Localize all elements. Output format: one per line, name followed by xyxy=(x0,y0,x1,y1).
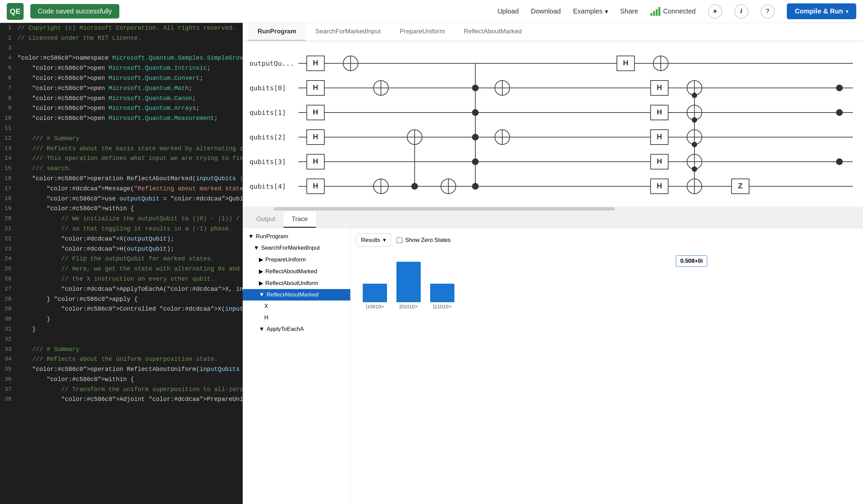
editor-line: 9 "color:#c586c0">open Microsoft.Quantum… xyxy=(0,103,243,113)
tab-prepare-uniform[interactable]: PrepareUniform xyxy=(390,23,454,41)
info-button[interactable]: i xyxy=(734,4,748,18)
right-panel: RunProgram SearchForMarkedInput PrepareU… xyxy=(243,23,863,504)
editor-line: 22 "color:#dcdcaa">X(outputQubit); xyxy=(0,234,243,244)
theme-toggle-button[interactable]: ☀ xyxy=(708,4,722,18)
expand-icon: ▶ xyxy=(259,256,263,263)
tab-search-marked[interactable]: SearchForMarkedInput xyxy=(306,23,390,41)
trace-apply-each[interactable]: ▼ ApplyToEachA xyxy=(243,323,350,335)
bottom-panel: Output Trace ▼ RunProgram ▼ SearchForMar… xyxy=(243,211,863,504)
editor-line: 6 "color:#c586c0">open Microsoft.Quantum… xyxy=(0,73,243,83)
trace-prepare-uniform[interactable]: ▶ PrepareUniform xyxy=(243,254,350,266)
upload-button[interactable]: Upload xyxy=(497,8,518,15)
svg-point-38 xyxy=(836,85,843,91)
editor-line: 32 xyxy=(0,334,243,344)
svg-point-93 xyxy=(692,117,697,122)
trace-reflect-marked-1[interactable]: ▶ ReflectAboutMarked xyxy=(243,266,350,277)
compile-chevron-icon: ▾ xyxy=(846,9,848,14)
tab-trace[interactable]: Trace xyxy=(284,211,316,228)
trace-h[interactable]: H xyxy=(243,312,350,323)
editor-line: 11 xyxy=(0,123,243,133)
editor-line: 21 // so that toggling it results in a (… xyxy=(0,224,243,234)
trace-reflect-uniform[interactable]: ▶ ReflectAboutUniform xyxy=(243,277,350,289)
bar-label-3: |11010> xyxy=(433,303,451,309)
editor-line: 10 "color:#c586c0">open Microsoft.Quantu… xyxy=(0,113,243,123)
editor-line: 18 "color:#c586c0">use outputQubit = "co… xyxy=(0,194,243,204)
expand-icon: ▼ xyxy=(259,292,265,298)
svg-text:H: H xyxy=(313,132,318,141)
save-notification: Code saved successfully xyxy=(30,4,119,18)
code-editor[interactable]: 1// Copyright (c) Microsoft Corporation.… xyxy=(0,23,243,504)
signal-icon xyxy=(650,7,660,16)
tab-output[interactable]: Output xyxy=(248,211,284,228)
expand-icon: ▼ xyxy=(248,233,254,240)
chart-area: 0.508+0i |10010> |01010> xyxy=(356,252,858,319)
svg-text:qubits[4]: qubits[4] xyxy=(249,182,286,190)
bar-group-1: |10010> xyxy=(363,284,387,309)
editor-line: 31 } xyxy=(0,324,243,334)
editor-line: 2// Licensed under the MIT License. xyxy=(0,33,243,43)
editor-line: 26 // the X instruction on every other q… xyxy=(0,274,243,284)
svg-point-48 xyxy=(836,109,843,116)
circuit-tabs: RunProgram SearchForMarkedInput PrepareU… xyxy=(243,23,863,41)
share-button[interactable]: Share xyxy=(620,8,638,15)
examples-button[interactable]: Examples ▾ xyxy=(573,8,608,15)
circuit-diagram: outputQu... qubits[0] qubits[1] qubits[2… xyxy=(243,41,863,207)
editor-line: 14 /// This operation defines what input… xyxy=(0,153,243,164)
bar-3 xyxy=(430,284,454,302)
expand-icon: ▼ xyxy=(259,326,265,333)
bar-label-1: |10010> xyxy=(366,303,384,309)
svg-point-95 xyxy=(692,166,697,172)
editor-line: 25 // Here, we get the state with altern… xyxy=(0,264,243,274)
svg-point-92 xyxy=(692,93,697,98)
svg-text:qubits[2]: qubits[2] xyxy=(249,133,286,141)
svg-point-79 xyxy=(411,183,418,190)
trace-reflect-marked-2[interactable]: ▼ ReflectAboutMarked xyxy=(243,289,350,300)
tab-reflect-marked[interactable]: ReflectAboutMarked xyxy=(454,23,531,41)
tab-run-program[interactable]: RunProgram xyxy=(248,23,306,41)
editor-line: 13 /// Reflects about the basis state ma… xyxy=(0,143,243,154)
svg-text:H: H xyxy=(657,83,662,92)
connected-status: Connected xyxy=(650,7,696,16)
trace-tree: ▼ RunProgram ▼ SearchForMarkedInput ▶ Pr… xyxy=(243,228,351,504)
editor-line: 38 "color:#c586c0">Adjoint "color:#dcdca… xyxy=(0,394,243,404)
editor-line: 24 // Flip the outputQubit for marked st… xyxy=(0,254,243,264)
bar-2 xyxy=(397,262,421,302)
help-button[interactable]: ? xyxy=(761,4,775,18)
editor-line: 7 "color:#c586c0">open Microsoft.Quantum… xyxy=(0,83,243,93)
svg-text:H: H xyxy=(657,182,662,190)
editor-line: 4"color:#c586c0">namespace Microsoft.Qua… xyxy=(0,53,243,63)
trace-x[interactable]: X xyxy=(243,300,350,312)
bar-group-3: |11010> xyxy=(430,284,454,309)
svg-point-94 xyxy=(692,142,697,147)
editor-line: 5 "color:#c586c0">open Microsoft.Quantum… xyxy=(0,63,243,73)
svg-text:H: H xyxy=(313,83,318,92)
download-button[interactable]: Download xyxy=(531,8,561,15)
compile-run-button[interactable]: Compile & Run ▾ xyxy=(787,3,856,19)
editor-line: 19 "color:#c586c0">within { xyxy=(0,204,243,214)
circuit-horizontal-scrollbar[interactable] xyxy=(243,207,863,211)
expand-icon: ▶ xyxy=(259,268,263,275)
show-zero-states[interactable]: Show Zero States xyxy=(397,237,451,244)
svg-text:H: H xyxy=(657,108,662,116)
editor-line: 37 // Transform the uniform superpositio… xyxy=(0,384,243,395)
svg-text:H: H xyxy=(313,157,318,165)
svg-text:qubits[1]: qubits[1] xyxy=(249,108,286,117)
trace-run-program[interactable]: ▼ RunProgram xyxy=(243,231,350,242)
svg-point-83 xyxy=(472,183,479,190)
bar-label-2: |01010> xyxy=(399,303,418,309)
circuit-svg: outputQu... qubits[0] qubits[1] qubits[2… xyxy=(243,41,863,207)
editor-line: 30 } xyxy=(0,314,243,324)
trace-search-marked[interactable]: ▼ SearchForMarkedInput xyxy=(243,242,350,254)
svg-text:H: H xyxy=(313,108,318,116)
checkbox[interactable] xyxy=(397,237,402,243)
svg-text:qubits[0]: qubits[0] xyxy=(249,84,286,92)
editor-line: 29 "color:#c586c0">Controlled "color:#dc… xyxy=(0,304,243,314)
amplitude-label: 0.508+0i xyxy=(676,255,707,267)
chart-bars: |10010> |01010> |11010> xyxy=(356,252,858,319)
results-dropdown[interactable]: Results ▾ xyxy=(356,233,391,247)
chevron-down-icon: ▾ xyxy=(383,236,386,244)
editor-line: 8 "color:#c586c0">open Microsoft.Quantum… xyxy=(0,93,243,103)
svg-text:H: H xyxy=(623,59,628,67)
editor-line: 33 /// # Summary xyxy=(0,344,243,354)
editor-line: 12 /// # Summary xyxy=(0,133,243,143)
